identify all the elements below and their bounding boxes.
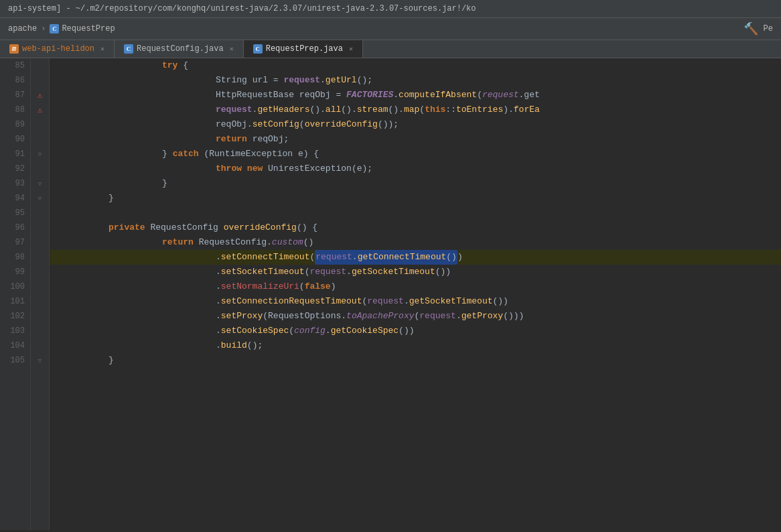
gutter-85 (31, 58, 49, 73)
fold-icon-105[interactable]: ▽ (38, 357, 42, 364)
gutter-90 (31, 132, 49, 147)
gutter-99 (31, 265, 49, 279)
tab-label-requestconfig: RequestConfig.java (137, 44, 224, 54)
code-content[interactable]: try { String url = request.getUrl(); Htt… (50, 58, 781, 530)
tab-close-requestprep[interactable]: ✕ (349, 45, 353, 53)
title-text: api-system] - ~/.m2/repository/com/kongh… (8, 4, 476, 13)
gutter-88: ⚠ (31, 103, 49, 117)
code-line-88: request.getHeaders().all().stream().map(… (50, 103, 781, 117)
code-line-97: return RequestConfig.custom() (50, 235, 781, 250)
breadcrumb-apache: apache (8, 24, 37, 34)
code-line-85: try { (50, 58, 781, 73)
gutter-93: ▽ (31, 176, 49, 191)
title-bar: api-system] - ~/.m2/repository/com/kongh… (0, 0, 781, 18)
code-line-92: throw new UnirestException(e); (50, 161, 781, 176)
gutter-103 (31, 324, 49, 338)
gutter-105: ▽ (31, 353, 49, 368)
code-line-91: } catch (RuntimeException e) { (50, 147, 781, 161)
tab-label-web-api-helidon: web-api-helidon (22, 44, 94, 54)
gutter-101 (31, 294, 49, 309)
tab-class-icon-requestconfig: C (124, 44, 133, 54)
module-icon: m (9, 44, 19, 54)
warning-icon-88: ⚠ (38, 105, 42, 115)
gutter-94: ▽ (31, 191, 49, 206)
breadcrumb-bar: apache › C RequestPrep 🔨 Pe (0, 18, 781, 40)
fold-icon-91[interactable]: ▽ (38, 151, 42, 158)
editor: 85 86 87 88 89 90 91 92 93 94 95 96 97 9… (0, 58, 781, 530)
breadcrumb-class[interactable]: C RequestPrep (50, 24, 115, 34)
code-line-103: .setCookieSpec(config.getCookieSpec()) (50, 324, 781, 338)
line-numbers: 85 86 87 88 89 90 91 92 93 94 95 96 97 9… (0, 58, 31, 530)
pe-button[interactable]: Pe (764, 24, 773, 34)
code-line-95 (50, 206, 781, 220)
code-line-101: .setConnectionRequestTimeout(request.get… (50, 294, 781, 309)
breadcrumb-classname: RequestPrep (62, 24, 115, 34)
gutter-91: ▽ (31, 147, 49, 161)
code-line-93: } (50, 176, 781, 191)
gutter-87: ⚠ (31, 88, 49, 103)
tab-web-api-helidon[interactable]: m web-api-helidon ✕ (0, 40, 115, 58)
breadcrumb-sep: › (41, 24, 46, 34)
gutter-96 (31, 220, 49, 235)
code-line-87: HttpRequestBase reqObj = FACTORIES.compu… (50, 88, 781, 103)
gutter-86 (31, 73, 49, 88)
code-line-89: reqObj.setConfig(overrideConfig()); (50, 117, 781, 132)
gutter-100 (31, 279, 49, 294)
code-line-86: String url = request.getUrl(); (50, 73, 781, 88)
code-line-94: } (50, 191, 781, 206)
gutter: ⚠ ⚠ ▽ ▽ ▽ ▽ (31, 58, 50, 530)
tab-label-requestprep: RequestPrep.java (266, 44, 343, 54)
gutter-102 (31, 309, 49, 324)
gutter-104 (31, 338, 49, 353)
gutter-92 (31, 161, 49, 176)
fold-icon-94[interactable]: ▽ (38, 195, 42, 202)
hammer-icon: 🔨 (743, 21, 758, 36)
tab-close-requestconfig[interactable]: ✕ (230, 45, 234, 53)
code-line-96: private RequestConfig overrideConfig() { (50, 220, 781, 235)
code-line-99: .setSocketTimeout(request.getSocketTimeo… (50, 265, 781, 279)
tabs-bar: m web-api-helidon ✕ C RequestConfig.java… (0, 40, 781, 58)
code-line-104: .build(); (50, 338, 781, 353)
code-line-98: .setConnectTimeout(request.getConnectTim… (50, 250, 781, 265)
tab-requestprep[interactable]: C RequestPrep.java ✕ (244, 40, 363, 58)
code-line-102: .setProxy(RequestOptions.toApacheProxy(r… (50, 309, 781, 324)
gutter-97 (31, 235, 49, 250)
class-icon: C (50, 24, 59, 34)
fold-icon-93[interactable]: ▽ (38, 180, 42, 188)
gutter-95 (31, 206, 49, 220)
gutter-98 (31, 250, 49, 265)
warning-icon-87: ⚠ (38, 90, 42, 101)
toolbar-right: 🔨 Pe (743, 21, 773, 36)
tab-close-web-api-helidon[interactable]: ✕ (100, 45, 104, 53)
code-line-90: return reqObj; (50, 132, 781, 147)
code-line-100: .setNormalizeUri(false) (50, 279, 781, 294)
tab-requestconfig[interactable]: C RequestConfig.java ✕ (115, 40, 244, 58)
tab-class-icon-requestprep: C (253, 44, 263, 54)
gutter-89 (31, 117, 49, 132)
code-line-105: } (50, 353, 781, 368)
